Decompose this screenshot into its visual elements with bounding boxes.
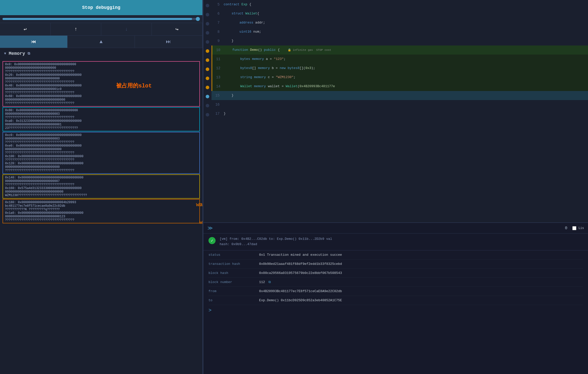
list-checkbox[interactable]: [572, 226, 576, 230]
first-button[interactable]: ⏮: [0, 36, 68, 48]
code-line-7: 7 address addr;: [212, 18, 588, 27]
mem-line: ??????????????????????????????????????: [5, 151, 197, 155]
nav-buttons-row2: ⏮ ▲ ⏭: [0, 35, 202, 48]
code-line-11: 11 bytes memory a = "123";: [212, 55, 588, 64]
right-panel: 5 contract Exp { 6 struct Wallet{ 7 addr…: [203, 0, 588, 374]
gutter-dot-15: [206, 95, 209, 98]
mem-line: ???????????K ?????????q???????: [5, 208, 197, 211]
code-line-16: 16: [212, 100, 588, 109]
mem-line: 0x160: 0x575a4d3132333300000000000000000…: [5, 186, 197, 190]
line-num-11: 11: [214, 55, 224, 64]
line-num-13: 13: [214, 73, 224, 82]
block-hash-value: 0x00ca29566a0319575679b0c22e8bbf067b5085…: [259, 269, 583, 278]
step-into-button[interactable]: ↓: [101, 23, 152, 35]
line-num-12: 12: [214, 64, 224, 73]
memory-content[interactable]: 被占用的slot 0x0: 0x000000000000000000000000…: [0, 59, 202, 374]
collapse-icon[interactable]: ▼: [4, 52, 6, 56]
memory-cyan-block: 0x80: 0x00000000000000000000000000000000…: [3, 107, 200, 131]
mem-line: 0x120: 0x0000000000000000000000000000000…: [5, 162, 197, 165]
transaction-hash-label: transaction hash: [208, 260, 259, 269]
step-out-button[interactable]: ↪: [152, 23, 202, 35]
stop-debugging-button[interactable]: Stop debugging: [0, 0, 202, 15]
from-label: from: [208, 287, 259, 296]
mem-line: 0xc0: 0x00000000000000000000000000000000…: [5, 133, 197, 137]
to-value: Exp.Demo() 0x11bcD925D9c852a3eb40852A1C7…: [259, 296, 583, 305]
memory-title: Memory: [9, 51, 25, 56]
gutter-dot-10: [206, 49, 209, 53]
line-content-6: struct Wallet{: [224, 9, 259, 18]
code-line-17: 17 }: [212, 109, 588, 118]
next-button[interactable]: ⏭: [135, 36, 202, 48]
memory-blue-block: 0xc0: 0x00000000000000000000000000000000…: [3, 132, 200, 174]
copy-memory-icon[interactable]: ⧉: [28, 52, 30, 56]
gutter-13: [203, 74, 212, 83]
mem-line: ??????????????????????????????????????: [5, 102, 197, 105]
status-value: 0x1 Transaction mined and execution succ…: [259, 250, 583, 260]
line-content-13: string memory c = "WZM1230";: [224, 73, 296, 82]
mem-line: 000000000000000000000000000007: [5, 179, 197, 183]
mem-line: ??????????????????????????????????????: [5, 158, 197, 162]
step-over-button[interactable]: ↑: [51, 23, 101, 35]
prompt-area: >: [203, 305, 588, 316]
gutter-dot-9: [206, 40, 209, 44]
prev-button[interactable]: ▲: [68, 36, 135, 48]
memory-pink-section: 0x0: 0x00000000000000000000000000000000 …: [3, 61, 200, 107]
gutter-dot-5: [206, 4, 209, 7]
gutter-10: [203, 46, 212, 56]
memory-orange-section: 0x180: 0x000000000000000000000004b20993 …: [3, 199, 200, 223]
line-content-11: bytes memory a = "123";: [224, 55, 286, 64]
memory-blue-section: 0xc0: 0x00000000000000000000000000000000…: [3, 132, 200, 174]
gutter-dot-6: [206, 13, 209, 16]
line-num-15: 15: [214, 91, 224, 100]
line-num-6: 6: [214, 9, 224, 18]
line-content-12: bytes8[] memory b = new bytes8[](0x3);: [224, 64, 315, 73]
back-button[interactable]: ↩: [0, 23, 51, 35]
gutter-dot-8: [206, 31, 209, 35]
gutter-16: [203, 101, 212, 110]
line-content-8: uint16 num;: [224, 27, 261, 36]
bottom-panel: ≫ 0 Lis ✓ [vm] from: 0x4B2...C02db to: E…: [203, 222, 588, 374]
progress-bar-track[interactable]: [3, 18, 200, 20]
mem-line: 0x1a0: 0x0000000000000000000000000000000…: [5, 211, 197, 215]
progress-bar-container: [0, 15, 202, 23]
gutter-9: [203, 37, 212, 46]
code-line-15: 15 }: [212, 91, 588, 100]
details-grid: status 0x1 Transaction mined and executi…: [203, 250, 588, 305]
block-hash-label: block hash: [208, 269, 259, 278]
mem-line: 000000000000000000000000000000: [5, 77, 197, 80]
line-gutter: [203, 0, 212, 222]
mem-line: 0x140: 0x0000000000000000000000000000000…: [5, 176, 197, 179]
code-line-6: 6 struct Wallet{: [212, 9, 588, 18]
memory-yellow-block: 0x140: 0x0000000000000000000000000000000…: [3, 174, 200, 199]
line-num-17: 17: [214, 109, 224, 118]
line-num-16: 16: [214, 100, 224, 109]
mem-line: bc481177ec7e8f571cecae8a9e22c02db: [5, 204, 197, 208]
mem-line: 0x60: 0x00000000000000000000000000000000…: [5, 95, 197, 98]
block-number-label: block number: [208, 278, 259, 287]
slot-annotation: 被占用的slot: [116, 82, 152, 89]
mem-line: 0x40: 0x00000000000000000000000000000000…: [5, 84, 197, 87]
code-line-8: 8 uint16 num;: [212, 27, 588, 36]
block-number-value: 112 ⧉: [259, 278, 583, 287]
mem-line: 00000000000000000000000000001c0: [5, 87, 197, 91]
mem-line: 0xe0: 0x00000000000000000000000000000000…: [5, 144, 197, 148]
progress-bar-thumb: [196, 17, 200, 21]
code-editor-area: 5 contract Exp { 6 struct Wallet{ 7 addr…: [203, 0, 588, 222]
orange-label-num: wallet.num: [199, 219, 202, 226]
memory-header: ▼ Memory ⧉: [0, 48, 202, 59]
chevron-down-icon[interactable]: ≫: [207, 225, 213, 231]
gutter-8: [203, 28, 212, 37]
gutter-dot-12: [206, 67, 209, 71]
mem-line: 0x180: 0x000000000000000000000004b20993: [5, 201, 197, 204]
copy-block-number-icon[interactable]: ⧉: [268, 280, 271, 284]
prompt-symbol: >: [208, 308, 212, 313]
progress-bar-fill: [3, 18, 192, 20]
mem-line: 0000000000000000000000000000: [5, 66, 197, 70]
mem-line: 0x20: 0x00000000000000000000000000000000…: [5, 73, 197, 77]
code-line-10: 10 function Demo() public { 🔒 infinite g…: [212, 45, 588, 55]
gutter-15: [203, 92, 212, 101]
line-num-14: 14: [214, 82, 224, 91]
log-entry: ✓ [vm] from: 0x4B2...C02db to: Exp.Demo(…: [203, 233, 588, 250]
to-label: to: [208, 296, 259, 305]
mem-line: 00000000000000000000000000000000: [5, 190, 197, 194]
